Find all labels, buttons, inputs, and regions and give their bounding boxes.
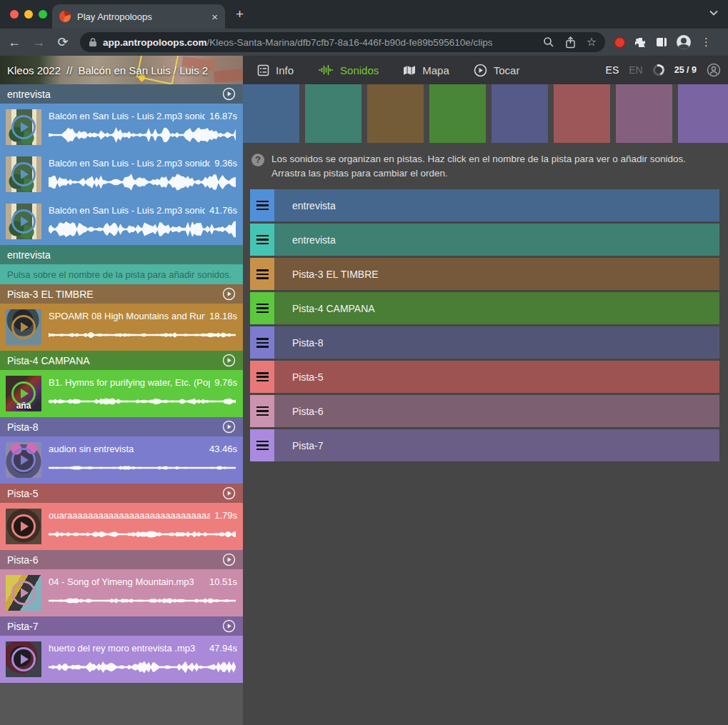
clip-waveform[interactable] xyxy=(49,658,237,676)
audio-clip[interactable]: ouaraaaaaaaaaaaaaaaaaaaaaaaaaaaaaaaaaaa.… xyxy=(0,503,243,550)
track-row[interactable]: Pista-6 xyxy=(250,395,719,427)
clip-waveform[interactable] xyxy=(49,126,237,144)
drag-handle[interactable] xyxy=(250,224,274,256)
sidebar-section-title[interactable]: Pista-5 xyxy=(7,488,222,499)
section-play-icon[interactable] xyxy=(222,420,236,434)
clip-thumbnail[interactable] xyxy=(6,509,41,544)
zoom-icon[interactable] xyxy=(543,36,554,48)
clip-waveform[interactable] xyxy=(49,591,237,610)
track-name[interactable]: Pista-4 CAMPANA xyxy=(274,292,719,324)
track-row[interactable]: entrevista xyxy=(250,224,719,256)
audio-clip[interactable]: Balcón en San Luis - Luis 2.mp3 sonido h… xyxy=(0,198,243,245)
track-row[interactable]: Pista-3 EL TIMBRE xyxy=(250,258,719,290)
clip-play-icon[interactable] xyxy=(11,448,36,472)
lang-en-button[interactable]: EN xyxy=(629,64,642,76)
audio-clip[interactable]: SPOAMR 08 High Mountains and Running ...… xyxy=(0,304,243,351)
clip-thumbnail[interactable] xyxy=(6,442,41,478)
share-icon[interactable] xyxy=(565,36,576,49)
drag-handle[interactable] xyxy=(250,258,274,290)
track-name[interactable]: Pista-7 xyxy=(274,429,719,461)
sidebar-section-header[interactable]: Pista-6 xyxy=(0,550,243,569)
clip-thumbnail[interactable] xyxy=(6,575,41,611)
sidebar-section-header[interactable]: Pista-3 EL TIMBRE xyxy=(0,284,243,304)
drag-handle[interactable] xyxy=(250,189,274,221)
audio-clip[interactable]: Balcón en San Luis - Luis 2.mp3 sonido h… xyxy=(0,104,243,151)
extensions-puzzle-icon[interactable] xyxy=(634,36,647,49)
section-play-icon[interactable] xyxy=(222,486,236,500)
sidebar-section-title[interactable]: Pista-3 EL TIMBRE xyxy=(7,289,222,300)
sidebar-section-header[interactable]: Pista-7 xyxy=(0,616,243,636)
track-row[interactable]: Pista-8 xyxy=(250,326,719,359)
breadcrumb-project[interactable]: Kleos 2022 xyxy=(7,64,61,76)
maximize-window-button[interactable] xyxy=(39,10,47,19)
minimize-window-button[interactable] xyxy=(24,10,33,19)
sidebar-section-title[interactable]: entrevista xyxy=(7,249,236,261)
clip-thumbnail[interactable] xyxy=(6,204,41,239)
sidebar-section-header[interactable]: Pista-5 xyxy=(0,484,243,503)
clip-thumbnail[interactable] xyxy=(6,156,41,192)
section-play-icon[interactable] xyxy=(222,87,236,101)
track-name[interactable]: entrevista xyxy=(274,224,719,256)
window-controls[interactable] xyxy=(10,10,47,19)
tab-mapa[interactable]: Mapa xyxy=(403,64,449,76)
clip-waveform[interactable] xyxy=(49,220,237,239)
sidebar-section-title[interactable]: Pista-7 xyxy=(7,621,222,632)
browser-menu-icon[interactable]: ⋮ xyxy=(701,36,712,49)
sidebar-section-header[interactable]: Pista-4 CAMPANA xyxy=(0,351,243,370)
clip-play-icon[interactable] xyxy=(11,115,36,139)
track-name[interactable]: Pista-3 EL TIMBRE xyxy=(274,258,719,290)
drag-handle[interactable] xyxy=(250,326,274,359)
profile-avatar[interactable] xyxy=(677,35,691,49)
tab-close-icon[interactable]: × xyxy=(211,11,218,23)
side-panel-icon[interactable] xyxy=(657,38,667,46)
track-row[interactable]: Pista-4 CAMPANA xyxy=(250,292,719,324)
clip-play-icon[interactable] xyxy=(11,162,36,186)
clip-play-icon[interactable] xyxy=(11,514,36,539)
sidebar-section-title[interactable]: entrevista xyxy=(7,89,222,100)
clip-thumbnail[interactable]: aña xyxy=(6,376,41,411)
clip-thumbnail[interactable] xyxy=(6,309,41,345)
track-row[interactable]: entrevista xyxy=(250,189,719,221)
audio-clip[interactable]: huerto del rey moro entrevista .mp3 47.9… xyxy=(0,636,243,683)
sidebar-section-title[interactable]: Pista-8 xyxy=(7,421,222,433)
clip-thumbnail[interactable] xyxy=(6,109,41,145)
forward-button[interactable]: → xyxy=(31,35,46,50)
chevron-down-icon[interactable] xyxy=(709,10,718,16)
back-button[interactable]: ← xyxy=(7,35,21,50)
browser-tab[interactable]: Play Antropoloops × xyxy=(52,4,225,29)
track-name[interactable]: Pista-5 xyxy=(274,361,719,393)
drag-handle[interactable] xyxy=(250,292,274,324)
breadcrumb[interactable]: Kleos 2022 // Balcón en San Luis / Luis … xyxy=(7,56,208,84)
track-name[interactable]: Pista-8 xyxy=(274,326,719,359)
section-play-icon[interactable] xyxy=(222,287,236,301)
sidebar-section-header[interactable]: entrevista xyxy=(0,245,243,264)
track-name[interactable]: entrevista xyxy=(274,189,719,221)
sidebar-section-title[interactable]: Pista-4 CAMPANA xyxy=(7,355,222,366)
track-name[interactable]: Pista-6 xyxy=(274,395,719,427)
drag-handle[interactable] xyxy=(250,429,274,461)
close-window-button[interactable] xyxy=(10,10,19,19)
section-play-icon[interactable] xyxy=(222,553,236,566)
track-row[interactable]: Pista-5 xyxy=(250,361,719,393)
audio-clip[interactable]: Balcón en San Luis - Luis 2.mp3 sonido h… xyxy=(0,151,243,198)
map-thumbnail[interactable]: Kleos 2022 // Balcón en San Luis / Luis … xyxy=(0,56,243,84)
track-row[interactable]: Pista-7 xyxy=(250,429,719,461)
lang-es-button[interactable]: ES xyxy=(606,64,619,76)
clip-waveform[interactable] xyxy=(49,173,237,191)
section-play-icon[interactable] xyxy=(222,619,236,633)
tab-tocar[interactable]: Tocar xyxy=(474,64,520,77)
sidebar-section-title[interactable]: Pista-6 xyxy=(7,554,222,566)
tab-sonidos[interactable]: Sonidos xyxy=(318,64,379,76)
sidebar-section-header[interactable]: Pista-8 xyxy=(0,417,243,436)
bookmark-star-icon[interactable]: ☆ xyxy=(587,36,597,48)
clip-play-icon[interactable] xyxy=(11,315,36,339)
audio-clip[interactable]: 04 - Song of Yimeng Mountain.mp3 10.51s xyxy=(0,569,243,616)
drag-handle[interactable] xyxy=(250,395,274,427)
tab-info[interactable]: Info xyxy=(257,64,294,76)
record-extension-icon[interactable] xyxy=(615,38,624,47)
sidebar-section-header[interactable]: entrevista xyxy=(0,84,243,104)
clip-waveform[interactable] xyxy=(49,392,237,411)
audio-clip[interactable]: aña B1. Hymns for purifying water, Etc. … xyxy=(0,370,243,417)
account-icon[interactable] xyxy=(707,63,721,77)
address-bar[interactable]: app.antropoloops.com/Kleos-Santa-Marina/… xyxy=(80,32,605,52)
